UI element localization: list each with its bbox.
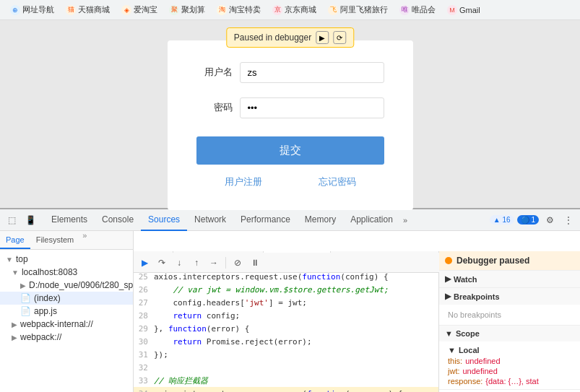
- gmail-icon: M: [447, 5, 457, 15]
- separator-1: [225, 257, 226, 269]
- forgot-link[interactable]: 忘记密码: [319, 175, 356, 188]
- code-line-31: 31 });: [134, 348, 438, 361]
- bookmark-jhs[interactable]: 聚 聚划算: [165, 3, 209, 17]
- step-into-btn[interactable]: ↓: [171, 255, 187, 271]
- tab-network[interactable]: Network: [187, 209, 233, 231]
- arrow-right-icon: ▶: [445, 292, 451, 301]
- tree-item-index[interactable]: 📄 (index): [0, 292, 133, 305]
- tree-item-webpack[interactable]: ▶ webpack://: [0, 331, 133, 344]
- tab-console[interactable]: Console: [95, 209, 141, 231]
- bookmark-jd[interactable]: 京 京东商城: [268, 3, 321, 17]
- file-tree-tab-filesystem[interactable]: Filesystem: [30, 231, 80, 249]
- arrow-down-icon: ▼: [445, 329, 453, 338]
- more-tabs-btn[interactable]: »: [403, 216, 407, 225]
- settings-btn[interactable]: ⚙: [542, 212, 558, 228]
- code-line-29: 29 }, function(error) {: [134, 322, 438, 335]
- devtools-left-icons: ⬚ 📱: [4, 212, 38, 228]
- nav-icon: ⊕: [10, 5, 20, 15]
- tab-memory[interactable]: Memory: [298, 209, 343, 231]
- scope-body: ▼ Local this: undefined jwt: undefined r…: [439, 341, 580, 389]
- bookmark-alitrip[interactable]: 飞 阿里飞猪旅行: [324, 3, 392, 17]
- scope-var-response: response: {data: {…}, stat: [445, 376, 574, 386]
- tree-item-dir[interactable]: ▶ D:/node_vue/0906/t280_spa: [0, 279, 133, 292]
- tab-elements[interactable]: Elements: [44, 209, 95, 231]
- tree-item-top[interactable]: ▼ top: [0, 253, 133, 266]
- scope-section-header[interactable]: ▼ Scope: [439, 326, 580, 341]
- tree-item-webpack-int[interactable]: ▶ webpack-internal://: [0, 318, 133, 331]
- debugger-step-btn[interactable]: ⟳: [333, 31, 346, 44]
- watch-section-header[interactable]: ▶ Watch: [439, 271, 580, 287]
- debugger-paused-text: Paused in debugger: [234, 32, 311, 43]
- tree-item-appjs[interactable]: 📄 app.js: [0, 305, 133, 318]
- vip-icon: 唯: [399, 5, 410, 15]
- file-tree-more-btn[interactable]: »: [79, 231, 90, 249]
- tree-label: webpack://: [20, 332, 61, 342]
- local-scope-header[interactable]: ▼ Local: [445, 344, 574, 356]
- file-icon: 📄: [20, 293, 31, 303]
- devtools-tabs-bar: ⬚ 📱 Elements Console Sources Network Per…: [0, 209, 580, 231]
- debugger-paused-notice: Debugger paused: [439, 251, 580, 271]
- devtools-panel: ⬚ 📱 Elements Console Sources Network Per…: [0, 208, 580, 392]
- arrow-down-icon: ▼: [448, 346, 456, 354]
- file-tree-panel: Page Filesystem » ▼ top ▼ localhost:8083…: [0, 231, 134, 392]
- username-input[interactable]: [240, 62, 384, 83]
- arrow-right-icon: ▶: [20, 282, 26, 289]
- tree-label: webpack-internal://: [20, 319, 93, 329]
- bookmark-gmail[interactable]: M Gmail: [443, 4, 485, 17]
- devtools-device-btn[interactable]: 📱: [22, 212, 38, 228]
- code-line-33: 33 // 响应拦截器: [134, 374, 438, 387]
- debugger-play-btn[interactable]: ▶: [316, 31, 329, 44]
- pause-exceptions-btn[interactable]: ⏸: [247, 255, 263, 271]
- register-link[interactable]: 用户注册: [225, 175, 262, 188]
- tree-item-localhost[interactable]: ▼ localhost:8083: [0, 266, 133, 279]
- step-out-btn[interactable]: ↑: [189, 255, 204, 271]
- file-tree-tab-page[interactable]: Page: [0, 231, 30, 249]
- code-line-32: 32: [134, 361, 438, 374]
- tbtm-icon: 淘: [217, 5, 227, 15]
- devtools-right-icons: ▲ 16 🔵 1 ⚙ ⋮: [490, 212, 576, 228]
- code-line-28: 28 return config;: [134, 309, 438, 322]
- debug-controls: ▶ ↷ ↓ ↑ → ⊘ ⏸: [134, 253, 439, 273]
- bookmark-nav[interactable]: ⊕ 网址导航: [6, 3, 59, 17]
- tree-label: top: [16, 254, 28, 264]
- bookmark-aitaobao[interactable]: ◈ 爱淘宝: [117, 3, 162, 17]
- tree-label: app.js: [34, 306, 57, 316]
- scope-var-this: this: undefined: [445, 356, 574, 366]
- tree-label: (index): [34, 293, 61, 303]
- devtools-body: ▶ ↷ ↓ ↑ → ⊘ ⏸ Page Filesystem » ▼: [0, 231, 580, 392]
- code-line-34: 34 axios.interceptors.response.use(funct…: [134, 387, 438, 392]
- tree-label: D:/node_vue/0906/t280_spa: [29, 280, 133, 290]
- resume-btn[interactable]: ▶: [137, 255, 152, 271]
- arrow-down-icon: ▼: [12, 269, 19, 276]
- bookmark-vip[interactable]: 唯 唯品会: [395, 3, 440, 17]
- code-content: 25 axios.interceptors.request.use(functi…: [134, 270, 438, 392]
- bookmarks-bar: ⊕ 网址导航 猫 天猫商城 ◈ 爱淘宝 聚 聚划算 淘 淘宝特卖 京 京东商城 …: [0, 0, 580, 20]
- tmall-icon: 猫: [66, 5, 76, 15]
- step-over-btn[interactable]: ↷: [154, 255, 170, 271]
- debugger-info-panel: Debugger paused ▶ Watch ▶ Breakpoints No…: [439, 251, 580, 392]
- arrow-right-icon: ▶: [12, 321, 17, 328]
- file-tree-tabs: Page Filesystem »: [0, 231, 133, 250]
- tab-sources[interactable]: Sources: [141, 209, 187, 231]
- arrow-down-icon: ▼: [6, 256, 13, 263]
- tab-performance[interactable]: Performance: [233, 209, 298, 231]
- jd-icon: 京: [272, 5, 282, 15]
- code-line-30: 30 return Promise.reject(error);: [134, 335, 438, 348]
- breakpoints-section-header[interactable]: ▶ Breakpoints: [439, 288, 580, 305]
- step-btn[interactable]: →: [206, 255, 222, 271]
- scope-var-jwt: jwt: undefined: [445, 366, 574, 376]
- breakpoints-body: No breakpoints: [439, 305, 580, 325]
- code-line-26: 26 // var jwt = window.vm.$store.getters…: [134, 283, 438, 296]
- tab-application[interactable]: Application: [343, 209, 400, 231]
- bookmark-tmall[interactable]: 猫 天猫商城: [61, 3, 114, 17]
- bookmark-tbtm[interactable]: 淘 淘宝特卖: [212, 3, 265, 17]
- devtools-inspect-btn[interactable]: ⬚: [4, 212, 20, 228]
- file-tree-content: ▼ top ▼ localhost:8083 ▶ D:/node_vue/090…: [0, 250, 133, 392]
- deactivate-breakpoints-btn[interactable]: ⊘: [230, 255, 246, 271]
- more-options-btn[interactable]: ⋮: [560, 212, 576, 228]
- breakpoints-section: ▶ Breakpoints No breakpoints: [439, 288, 580, 326]
- username-row: 用户名: [196, 62, 384, 83]
- password-label: 密码: [196, 101, 233, 114]
- password-input[interactable]: [240, 97, 384, 118]
- submit-button[interactable]: 提交: [196, 136, 384, 165]
